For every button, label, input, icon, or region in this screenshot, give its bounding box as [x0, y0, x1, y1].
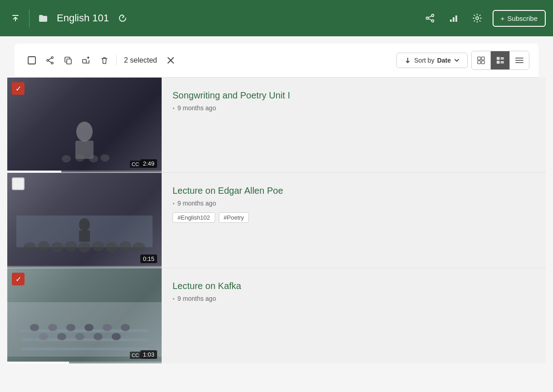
- svg-point-36: [89, 155, 98, 162]
- svg-point-11: [47, 59, 49, 61]
- svg-rect-16: [83, 59, 86, 63]
- progress-bar-1: [7, 171, 162, 172]
- video-thumbnail-1[interactable]: ✓ CC 2:49: [7, 78, 162, 172]
- share-header-button[interactable]: [422, 10, 438, 26]
- stats-button[interactable]: [445, 10, 462, 26]
- toolbar-separator: [116, 55, 117, 66]
- copy-button[interactable]: [60, 52, 76, 69]
- svg-point-63: [94, 333, 103, 340]
- video-2-checkbox[interactable]: [12, 177, 25, 190]
- svg-point-62: [75, 333, 84, 340]
- settings-button[interactable]: [469, 10, 485, 26]
- subscribe-label: Subscribe: [507, 15, 538, 22]
- svg-point-59: [121, 324, 130, 331]
- video-meta-2: 9 months ago: [173, 200, 535, 207]
- svg-point-56: [66, 324, 75, 331]
- svg-point-32: [76, 122, 93, 142]
- main-content: 2 selected Sort by Date: [0, 44, 553, 371]
- video-item: ✓ CC 2:49 Songwriting and Poetry Unit I …: [7, 78, 546, 173]
- svg-point-44: [92, 241, 104, 251]
- svg-point-54: [30, 324, 39, 331]
- delete-button[interactable]: [96, 52, 113, 69]
- tag-english102[interactable]: #English102: [173, 212, 215, 223]
- course-title: English 101: [57, 12, 109, 24]
- svg-point-45: [105, 242, 118, 252]
- video-title-1[interactable]: Songwriting and Poetry Unit I: [173, 90, 535, 101]
- svg-rect-20: [481, 57, 484, 60]
- svg-rect-9: [28, 57, 35, 64]
- svg-rect-51: [21, 329, 148, 332]
- svg-point-2: [431, 20, 434, 22]
- svg-rect-21: [478, 61, 481, 64]
- selected-count: 2 selected: [120, 56, 161, 64]
- tag-poetry[interactable]: #Poetry: [219, 212, 249, 223]
- list-detail-view-button[interactable]: [491, 51, 510, 69]
- video-meta-3: 9 months ago: [173, 295, 535, 302]
- header: English 101: [0, 0, 553, 36]
- svg-rect-53: [21, 348, 148, 350]
- toolbar-actions: 2 selected: [24, 52, 179, 69]
- svg-point-40: [37, 241, 50, 251]
- share-toolbar-button[interactable]: [42, 52, 58, 69]
- header-right: + Subscribe: [422, 10, 546, 27]
- video-1-checkbox[interactable]: ✓: [12, 82, 25, 95]
- header-separator: [29, 9, 30, 27]
- svg-point-61: [57, 333, 66, 340]
- move-button[interactable]: [78, 52, 94, 69]
- svg-point-60: [39, 333, 48, 340]
- video-thumbnail-2[interactable]: 0:15: [7, 173, 162, 268]
- svg-point-43: [78, 242, 91, 252]
- svg-point-35: [75, 154, 84, 162]
- svg-line-3: [428, 16, 431, 17]
- duration-3: 1:03: [140, 350, 157, 359]
- clear-selection-button[interactable]: [163, 52, 179, 69]
- progress-bar-2: [7, 266, 162, 268]
- svg-point-8: [476, 17, 479, 20]
- duration-2: 0:15: [140, 255, 157, 263]
- back-button[interactable]: [7, 10, 24, 26]
- svg-rect-49: [79, 230, 90, 242]
- cc-icon-3: CC: [130, 352, 141, 359]
- duration-1: 2:49: [140, 159, 157, 168]
- subscribe-button[interactable]: + Subscribe: [493, 10, 546, 27]
- svg-point-37: [100, 154, 109, 162]
- view-toggle: [471, 51, 529, 70]
- video-title-3[interactable]: Lecture on Kafka: [173, 281, 535, 291]
- svg-point-1: [426, 17, 428, 20]
- svg-point-46: [119, 241, 132, 251]
- svg-rect-7: [455, 15, 457, 22]
- video-3-checkbox[interactable]: ✓: [12, 273, 25, 285]
- refresh-button[interactable]: [114, 10, 131, 26]
- cc-icon-1: CC: [130, 161, 141, 168]
- svg-rect-19: [478, 57, 481, 60]
- svg-point-34: [62, 155, 71, 162]
- progress-bar-3: [7, 362, 162, 363]
- video-title-2[interactable]: Lecture on Edgar Allen Poe: [173, 186, 535, 196]
- svg-point-58: [103, 324, 112, 331]
- folder-icon-button[interactable]: [35, 10, 51, 26]
- svg-point-39: [24, 242, 36, 252]
- video-meta-1: 9 months ago: [173, 104, 535, 112]
- select-all-button[interactable]: [24, 52, 40, 69]
- selection-toolbar: 2 selected Sort by Date: [15, 44, 538, 78]
- toolbar-view-controls: Sort by Date: [396, 51, 529, 70]
- video-item: ✓ CC 1:03 Lecture on Kafka 9 months ago: [7, 268, 546, 363]
- svg-line-14: [49, 61, 51, 63]
- compact-list-view-button[interactable]: [510, 51, 529, 69]
- sort-label: Sort by: [414, 57, 434, 64]
- sort-field: Date: [437, 57, 451, 64]
- svg-point-47: [133, 242, 145, 252]
- svg-rect-22: [481, 61, 484, 64]
- svg-point-10: [51, 57, 53, 59]
- svg-point-41: [51, 242, 64, 252]
- sort-button[interactable]: Sort by Date: [396, 53, 468, 68]
- svg-point-42: [64, 241, 77, 251]
- video-thumbnail-3[interactable]: ✓ CC 1:03: [7, 268, 162, 363]
- subscribe-plus: +: [501, 15, 505, 22]
- video-tags-2: #English102 #Poetry: [173, 212, 535, 223]
- svg-line-4: [428, 19, 431, 20]
- video-item: 0:15 Lecture on Edgar Allen Poe 9 months…: [7, 173, 546, 268]
- grid-view-button[interactable]: [472, 51, 491, 69]
- svg-rect-26: [497, 61, 500, 64]
- svg-rect-6: [453, 17, 454, 22]
